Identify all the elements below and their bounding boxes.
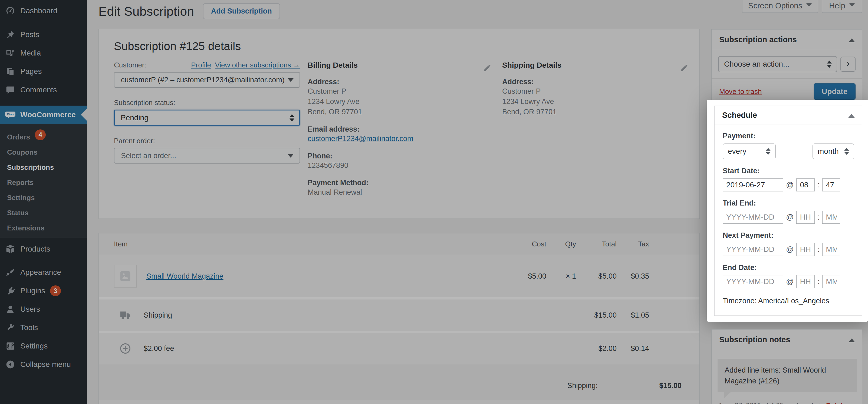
actions-panel-title: Subscription actions [719,35,797,44]
billing-details-title: Billing Details [308,61,481,69]
update-button[interactable]: Update [814,83,856,99]
table-row-product: Small Woorld Magazine $5.00 × 1 $5.00 $0… [99,255,700,299]
start-date-input[interactable] [723,178,783,192]
billing-period-select[interactable]: month [812,144,854,159]
sidebar-item-label: Media [20,49,41,57]
start-hour-input[interactable] [796,178,815,192]
collapse-panel-icon[interactable] [848,335,855,342]
billing-email-link[interactable]: customerP1234@mailinator.com [308,135,413,143]
subscription-notes-panel: Subscription notes Added line items: Sma… [711,329,862,404]
shipping-row-name: Shipping [144,311,172,319]
sidebar-item-tools[interactable]: Tools [0,318,87,337]
product-tax: $0.35 [617,272,649,281]
menu-separator [0,20,87,25]
sidebar-item-comments[interactable]: Comments [0,81,87,99]
start-minute-input[interactable] [822,178,840,192]
product-qty: × 1 [546,272,576,281]
end-minute-input[interactable] [822,275,840,288]
screen-options-button[interactable]: Screen Options [742,0,818,13]
submenu-item-status[interactable]: Status [0,203,87,218]
submenu-item-reports[interactable]: Reports [0,173,87,188]
comment-bubble-icon [5,85,16,95]
note-bubble: Added line items: Small Woorld Magazine … [718,359,857,392]
table-row-shipping: Shipping $15.00 $1.05 [99,299,700,333]
help-button[interactable]: Help [822,0,862,13]
add-subscription-button[interactable]: Add Subscription [203,3,280,19]
select-spinner-icon [827,58,832,70]
sidebar-item-pages[interactable]: Pages [0,62,87,81]
trial-end-date-input[interactable] [723,211,783,224]
page-header: Edit Subscription Add Subscription [98,3,280,19]
select-spinner-icon [766,146,771,157]
sidebar-item-users[interactable]: Users [0,300,87,318]
subscription-status-select[interactable]: Pending [114,110,300,126]
chevron-down-icon [288,154,293,161]
sidebar-item-label: Users [20,305,40,314]
trial-end-minute-input[interactable] [822,211,840,224]
sidebar-item-plugins[interactable]: Plugins 3 [0,282,87,300]
sidebar-item-label: Products [20,245,50,254]
circle-plus-icon [114,342,137,355]
delete-note-link[interactable]: Delete [826,402,846,404]
pages-icon [5,66,16,77]
sidebar-item-label: Pages [20,67,42,76]
submenu-item-extensions[interactable]: Extensions [0,218,87,233]
totals-shipping-value: $15.00 [598,381,682,390]
view-other-subscriptions-link[interactable]: View other subscriptions → [215,61,300,69]
profile-link[interactable]: Profile [191,61,211,69]
collapse-panel-icon[interactable] [848,111,855,118]
media-icon [5,48,16,58]
trial-end-hour-input[interactable] [796,211,815,224]
product-name-link[interactable]: Small Woorld Magazine [146,272,223,281]
menu-separator [0,258,87,263]
billing-interval-select[interactable]: every [723,144,776,159]
submenu-item-coupons[interactable]: Coupons [0,142,87,157]
sidebar-item-dashboard[interactable]: Dashboard [0,2,87,20]
move-to-trash-link[interactable]: Move to trash [719,87,762,96]
end-hour-input[interactable] [796,275,815,288]
submenu-item-subscriptions[interactable]: Subscriptions [0,157,87,173]
payment-label: Payment: [723,132,854,140]
edit-subscription-screen: Dashboard Posts Media Pages Comments [0,0,868,404]
sidebar-collapse-menu[interactable]: Collapse menu [0,355,87,374]
sidebar-item-settings[interactable]: Settings [0,337,87,355]
choose-action-select[interactable]: Choose an action... [718,56,837,72]
collapse-panel-icon[interactable] [848,35,855,42]
parent-order-select[interactable]: Select an order... [114,148,300,164]
menu-separator [0,99,87,106]
notes-panel-title: Subscription notes [719,335,790,344]
woocommerce-submenu: Orders 4 Coupons Subscriptions Reports S… [0,124,87,238]
trial-end-row: @ : [723,211,854,224]
customer-select[interactable]: customerP (#2 – customerP1234@mailinator… [114,72,300,88]
shipping-street: 1234 Lowry Ave [502,96,675,107]
end-date-input[interactable] [723,275,783,288]
timezone-note: Timezone: America/Los_Angeles [723,297,854,305]
edit-shipping-pencil-icon[interactable] [680,64,689,74]
next-payment-label: Next Payment: [723,231,854,240]
order-items-panel: Item Cost Qty Total Tax Small Woorld Mag… [98,233,700,404]
submenu-item-orders[interactable]: Orders 4 [0,127,87,142]
shipping-city: Bend, OR 97701 [502,107,675,117]
submenu-item-settings[interactable]: Settings [0,188,87,203]
next-payment-minute-input[interactable] [822,243,840,256]
customer-label: Customer: [114,61,146,69]
sidebar-item-woocommerce[interactable]: Woo WooCommerce [0,106,87,124]
chevron-down-icon [288,78,293,85]
edit-billing-pencil-icon[interactable] [483,64,492,74]
billing-name: Customer P [308,86,481,96]
sidebar-item-media[interactable]: Media [0,44,87,62]
billing-street: 1234 Lowry Ave [308,96,481,107]
sidebar-item-posts[interactable]: Posts [0,25,87,44]
paintbrush-icon [5,267,16,278]
sidebar-item-products[interactable]: Products [0,240,87,258]
sidebar-item-label: Comments [20,86,57,94]
sidebar-item-appearance[interactable]: Appearance [0,263,87,282]
next-payment-date-input[interactable] [723,243,783,256]
next-payment-hour-input[interactable] [796,243,815,256]
apply-action-button[interactable]: › [840,57,856,72]
shipping-details-column: Shipping Details Address: Customer P 123… [502,61,675,117]
fee-total: $2.00 [576,344,617,353]
subscription-actions-panel: Subscription actions Choose an action...… [711,29,862,102]
admin-sidebar: Dashboard Posts Media Pages Comments [0,0,87,404]
trial-end-label: Trial End: [723,199,854,207]
